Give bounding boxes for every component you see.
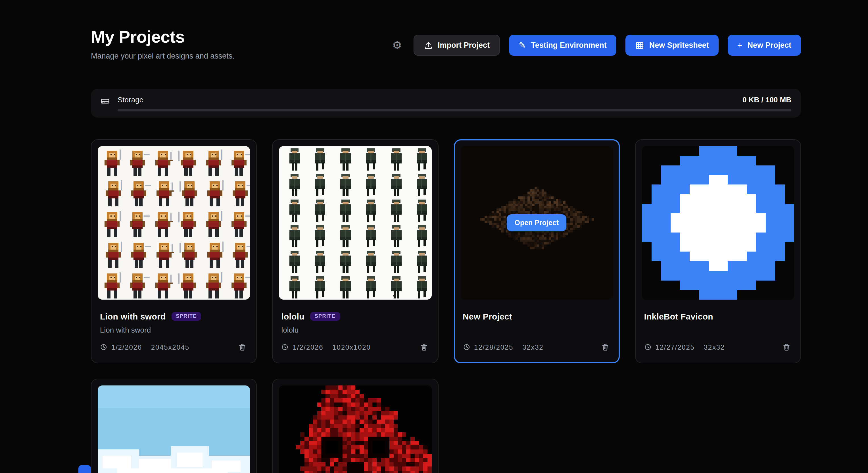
storage-progress-track: [118, 109, 791, 112]
upload-icon: [424, 41, 433, 50]
project-card-new-project[interactable]: Open Project New Project 12/28/2025 32x3…: [454, 139, 620, 363]
page-header: My Projects Manage your pixel art design…: [91, 0, 801, 60]
trash-icon: [420, 343, 428, 351]
sky-pixel-thumbnail: [98, 385, 250, 473]
project-thumbnail: [98, 146, 250, 300]
project-dimensions: 32x32: [704, 343, 725, 351]
import-project-button[interactable]: Import Project: [413, 35, 500, 56]
settings-button[interactable]: ⚙: [391, 39, 403, 52]
red-skull-pixel-thumbnail: [279, 385, 432, 473]
project-thumbnail: Open Project: [460, 146, 613, 300]
storage-card: Storage 0 KB / 100 MB: [91, 89, 801, 118]
card-body: Lion with sword SPRITE Lion with sword 1…: [98, 300, 250, 356]
new-spritesheet-button[interactable]: New Spritesheet: [625, 35, 719, 56]
project-card-lololu[interactable]: lololu SPRITE lololu 1/2/2026 1020x1020: [272, 139, 438, 363]
project-card-inklebot-favicon[interactable]: InkleBot Favicon 12/27/2025 32x32: [635, 139, 801, 363]
dev-tools-indicator[interactable]: [79, 465, 91, 473]
plus-icon: +: [737, 41, 742, 50]
project-thumbnail: [279, 385, 432, 473]
project-card-red-skull[interactable]: [272, 379, 438, 473]
project-meta: 1/2/2026 2045x2045: [100, 342, 248, 353]
testing-environment-button[interactable]: ✎ Testing Environment: [509, 35, 616, 56]
project-date: 12/27/2025: [655, 343, 695, 351]
project-thumbnail: [642, 146, 795, 300]
pencil-icon: ✎: [519, 41, 526, 50]
clock-icon: [463, 344, 470, 351]
projects-page: My Projects Manage your pixel art design…: [91, 0, 801, 473]
storage-usage: 0 KB / 100 MB: [742, 95, 791, 105]
card-body: New Project 12/28/2025 32x32: [460, 300, 613, 356]
project-date: 1/2/2026: [111, 343, 142, 351]
project-description: lololu: [281, 326, 430, 334]
new-spritesheet-label: New Spritesheet: [649, 41, 709, 50]
project-meta: 12/27/2025 32x32: [644, 342, 792, 353]
lion-spritesheet-thumbnail: [98, 146, 250, 300]
project-description: Lion with sword: [100, 326, 248, 334]
app-window: My Projects Manage your pixel art design…: [0, 0, 868, 473]
project-meta: 1/2/2026 1020x1020: [281, 342, 430, 353]
project-dimensions: 32x32: [522, 343, 544, 351]
page-heading: My Projects Manage your pixel art design…: [91, 27, 235, 60]
favicon-donut-thumbnail: [642, 146, 795, 300]
open-project-button[interactable]: Open Project: [506, 214, 567, 231]
project-meta: 12/28/2025 32x32: [463, 342, 611, 353]
clock-icon: [281, 344, 289, 351]
new-project-label: New Project: [747, 41, 791, 50]
project-thumbnail: [98, 385, 250, 473]
storage-label: Storage: [118, 95, 144, 105]
project-title: lololu: [281, 312, 305, 321]
project-date: 12/28/2025: [474, 343, 513, 351]
storage-main: Storage 0 KB / 100 MB: [118, 95, 791, 112]
storage-drive-icon: [100, 96, 110, 106]
project-card-sky[interactable]: [91, 379, 257, 473]
project-thumbnail: [279, 146, 432, 300]
trash-icon: [601, 343, 610, 351]
projects-grid: Lion with sword SPRITE Lion with sword 1…: [91, 139, 801, 473]
testing-environment-label: Testing Environment: [531, 41, 607, 50]
grid-icon: [635, 41, 644, 50]
clock-icon: [100, 344, 107, 351]
project-title: InkleBot Favicon: [644, 312, 713, 321]
project-title: Lion with sword: [100, 312, 165, 321]
sprite-badge: SPRITE: [171, 312, 201, 321]
lololu-spritesheet-thumbnail: [279, 146, 432, 300]
clock-icon: [644, 344, 652, 351]
project-card-lion-with-sword[interactable]: Lion with sword SPRITE Lion with sword 1…: [91, 139, 257, 363]
sprite-badge: SPRITE: [310, 312, 340, 321]
trash-icon: [782, 343, 791, 351]
card-body: InkleBot Favicon 12/27/2025 32x32: [642, 300, 795, 356]
import-project-label: Import Project: [438, 41, 490, 50]
card-body: lololu SPRITE lololu 1/2/2026 1020x1020: [279, 300, 432, 356]
page-subtitle: Manage your pixel art designs and assets…: [91, 52, 235, 60]
new-project-button[interactable]: + New Project: [728, 35, 801, 56]
header-actions: ⚙ Import Project ✎ Testing Environment N…: [391, 35, 801, 56]
project-title: New Project: [463, 312, 512, 321]
project-dimensions: 2045x2045: [151, 343, 189, 351]
delete-project-button[interactable]: [781, 342, 792, 353]
project-date: 1/2/2026: [293, 343, 323, 351]
delete-project-button[interactable]: [237, 342, 248, 353]
page-title: My Projects: [91, 27, 235, 47]
delete-project-button[interactable]: [418, 342, 429, 353]
project-dimensions: 1020x1020: [332, 343, 371, 351]
gear-icon: ⚙: [392, 39, 402, 51]
trash-icon: [238, 343, 247, 351]
delete-project-button[interactable]: [600, 342, 611, 353]
